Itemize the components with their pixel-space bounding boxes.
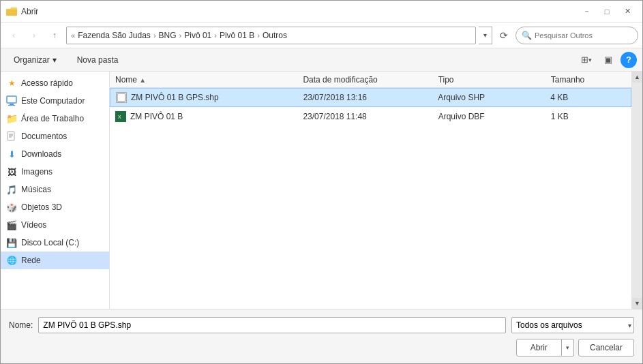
maximize-button[interactable]: □ bbox=[597, 3, 616, 20]
file-row-0[interactable]: ZM PIVÔ 01 B GPS.shp 23/07/2018 13:16 Ar… bbox=[110, 88, 631, 107]
music-icon: 🎵 bbox=[6, 184, 17, 195]
toolbar-right: ⊞ ▾ ▣ ? bbox=[577, 51, 637, 69]
sidebar-item-videos[interactable]: 🎬 Vídeos bbox=[1, 216, 109, 234]
filename-input[interactable] bbox=[38, 317, 506, 333]
pane-icon: ▣ bbox=[604, 55, 612, 65]
images-label: Imagens bbox=[21, 167, 53, 177]
filetype-select-wrapper: Todos os arquivos ▾ bbox=[511, 317, 634, 333]
file-type-text-1: Arquivo DBF bbox=[438, 112, 485, 121]
network-icon: 🌐 bbox=[6, 255, 17, 266]
file-list-header: Nome ▲ Data de modificação Tipo Tamanho bbox=[110, 72, 631, 88]
sidebar: ★ Acesso rápido Este Computador 📁 Área d… bbox=[1, 72, 110, 309]
search-box[interactable]: 🔍 bbox=[515, 27, 638, 44]
sort-arrow-icon: ▲ bbox=[139, 76, 146, 84]
col-name-label: Nome bbox=[115, 75, 137, 85]
path-sep-1: › bbox=[153, 31, 156, 40]
dbf-icon: X bbox=[115, 111, 126, 122]
col-header-size[interactable]: Tamanho bbox=[551, 75, 626, 85]
quick-access-label: Acesso rápido bbox=[21, 78, 73, 88]
scroll-up-button[interactable]: ▲ bbox=[632, 72, 643, 82]
title-bar-left: Abrir bbox=[6, 6, 38, 17]
open-dropdown-icon: ▾ bbox=[566, 344, 569, 351]
star-icon: ★ bbox=[6, 78, 17, 89]
downloads-icon: ⬇ bbox=[6, 149, 17, 160]
file-list-container: Nome ▲ Data de modificação Tipo Tamanho bbox=[110, 72, 642, 309]
title-bar: Abrir － □ ✕ bbox=[1, 1, 642, 22]
file-name-1: X ZM PIVÔ 01 B bbox=[115, 111, 303, 122]
col-date-label: Data de modificação bbox=[303, 75, 377, 85]
folder-icon-desktop: 📁 bbox=[6, 113, 17, 124]
scroll-down-button[interactable]: ▼ bbox=[632, 298, 643, 309]
open-dropdown-button[interactable]: ▾ bbox=[562, 339, 574, 357]
file-name-text-1: ZM PIVÔ 01 B bbox=[130, 112, 183, 121]
path-part-2: BNG bbox=[159, 31, 177, 40]
pane-button[interactable]: ▣ bbox=[599, 51, 618, 69]
organize-label: Organizar bbox=[14, 55, 50, 65]
new-folder-button[interactable]: Nova pasta bbox=[70, 51, 126, 69]
sidebar-item-documents[interactable]: Documentos bbox=[1, 127, 109, 145]
file-row-1[interactable]: X ZM PIVÔ 01 B 23/07/2018 11:48 Arquivo … bbox=[110, 107, 631, 126]
bottom-bar: Nome: Todos os arquivos ▾ Abrir ▾ Cancel… bbox=[1, 309, 642, 363]
path-prefix: « bbox=[71, 31, 75, 40]
minimize-button[interactable]: － bbox=[577, 3, 596, 20]
dialog-icon bbox=[6, 6, 17, 17]
documents-label: Documentos bbox=[21, 132, 67, 141]
refresh-button[interactable]: ⟳ bbox=[495, 27, 513, 44]
open-dialog: Abrir － □ ✕ ‹ › ↑ « Fazenda São Judas › … bbox=[0, 0, 643, 364]
buttons-row: Abrir ▾ Cancelar bbox=[9, 339, 634, 357]
help-label: ? bbox=[626, 55, 631, 65]
path-sep-3: › bbox=[214, 31, 217, 40]
computer-label: Este Computador bbox=[21, 96, 85, 106]
sidebar-item-disk[interactable]: 💾 Disco Local (C:) bbox=[1, 234, 109, 252]
up-button[interactable]: ↑ bbox=[46, 27, 63, 44]
file-size-0: 4 KB bbox=[550, 93, 625, 102]
svg-rect-0 bbox=[6, 9, 17, 16]
search-input[interactable] bbox=[535, 31, 632, 40]
sidebar-item-computer[interactable]: Este Computador bbox=[1, 92, 109, 110]
path-part-5: Outros bbox=[263, 31, 287, 40]
sidebar-item-downloads[interactable]: ⬇ Downloads bbox=[1, 145, 109, 163]
col-header-name[interactable]: Nome ▲ bbox=[115, 75, 303, 85]
scroll-track bbox=[632, 82, 643, 298]
documents-icon bbox=[6, 131, 17, 142]
file-name-text-0: ZM PIVÔ 01 B GPS.shp bbox=[131, 93, 219, 102]
col-size-label: Tamanho bbox=[551, 75, 584, 85]
view-toggle-button[interactable]: ⊞ ▾ bbox=[577, 51, 596, 69]
organize-button[interactable]: Organizar ▾ bbox=[6, 51, 64, 69]
sidebar-item-3d[interactable]: 🎲 Objetos 3D bbox=[1, 198, 109, 216]
file-size-text-0: 4 KB bbox=[550, 93, 568, 102]
close-button[interactable]: ✕ bbox=[618, 3, 637, 20]
file-size-1: 1 KB bbox=[551, 112, 626, 121]
cancel-button[interactable]: Cancelar bbox=[578, 339, 634, 357]
disk-icon: 💾 bbox=[6, 237, 17, 248]
path-part-4: Pivô 01 B bbox=[220, 31, 254, 40]
address-path-text: « Fazenda São Judas › BNG › Pivô 01 › Pi… bbox=[71, 31, 287, 40]
file-size-text-1: 1 KB bbox=[551, 112, 569, 121]
sidebar-item-desktop[interactable]: 📁 Área de Trabalho bbox=[1, 110, 109, 127]
sidebar-item-music[interactable]: 🎵 Músicas bbox=[1, 181, 109, 198]
svg-rect-2 bbox=[10, 104, 14, 105]
search-icon: 🔍 bbox=[522, 31, 532, 40]
address-path[interactable]: « Fazenda São Judas › BNG › Pivô 01 › Pi… bbox=[66, 27, 476, 44]
file-date-0: 23/07/2018 13:16 bbox=[303, 93, 438, 102]
forward-button[interactable]: › bbox=[25, 27, 43, 44]
address-dropdown-button[interactable]: ▾ bbox=[479, 27, 492, 44]
sidebar-item-images[interactable]: 🖼 Imagens bbox=[1, 163, 109, 181]
shp-icon bbox=[116, 92, 127, 103]
path-part-1: Fazenda São Judas bbox=[78, 31, 151, 40]
col-header-date[interactable]: Data de modificação bbox=[303, 75, 438, 85]
file-date-text-1: 23/07/2018 11:48 bbox=[303, 112, 366, 121]
disk-label: Disco Local (C:) bbox=[21, 238, 79, 247]
open-button[interactable]: Abrir bbox=[516, 339, 562, 357]
filetype-select[interactable]: Todos os arquivos bbox=[511, 317, 634, 333]
sidebar-item-quick-access[interactable]: ★ Acesso rápido bbox=[1, 74, 109, 92]
scrollbar[interactable]: ▲ ▼ bbox=[631, 72, 642, 309]
3d-icon: 🎲 bbox=[6, 202, 17, 213]
desktop-label: Área de Trabalho bbox=[21, 114, 84, 123]
file-name-0: ZM PIVÔ 01 B GPS.shp bbox=[116, 92, 303, 103]
help-button[interactable]: ? bbox=[620, 52, 637, 68]
sidebar-item-network[interactable]: 🌐 Rede bbox=[1, 252, 109, 269]
view-icon: ⊞ bbox=[581, 55, 588, 65]
back-button[interactable]: ‹ bbox=[5, 27, 23, 44]
col-header-type[interactable]: Tipo bbox=[438, 75, 551, 85]
